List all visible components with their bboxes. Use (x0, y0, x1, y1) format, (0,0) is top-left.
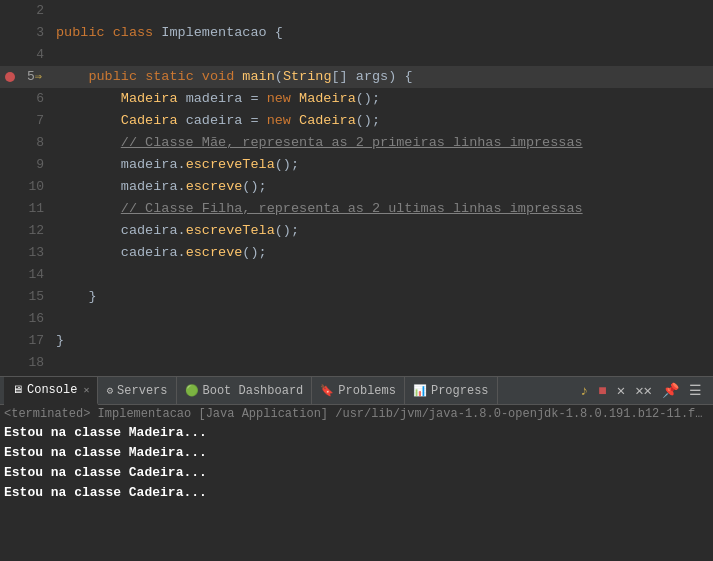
code-line-12: 12 cadeira.escreveTela(); (0, 220, 713, 242)
code-line-2: 2 (0, 0, 713, 22)
kw-new-6: new (267, 91, 299, 106)
kw-static-5: static (145, 69, 202, 84)
var-madeira-9: madeira (121, 157, 178, 172)
line-number-7: 7 (20, 110, 52, 132)
code-content-7: Cadeira cadeira = new Cadeira(); (52, 110, 380, 132)
toolbar-menu-icon[interactable]: ☰ (686, 380, 705, 401)
tab-progress-label: Progress (431, 384, 489, 398)
var-madeira-10: madeira (121, 179, 178, 194)
line-number-15: 15 (20, 286, 52, 308)
line-number-12: 12 (20, 220, 52, 242)
code-content-8: // Classe Mãe, representa as 2 primeiras… (52, 132, 583, 154)
tab-console[interactable]: 🖥 Console ✕ (4, 377, 98, 405)
kw-void-5: void (202, 69, 243, 84)
tab-problems[interactable]: 🔖 Problems (312, 377, 405, 405)
tab-problems-label: Problems (338, 384, 396, 398)
line-number-5: 5⇒ (20, 66, 52, 88)
tab-servers-label: Servers (117, 384, 167, 398)
code-editor: 2 3 public class Implementacao { 4 5⇒ pu… (0, 0, 713, 376)
line-number-8: 8 (20, 132, 52, 154)
code-line-6: 6 Madeira madeira = new Madeira(); (0, 88, 713, 110)
method-escreveTela-9: escreveTela (186, 157, 275, 172)
console-output: Estou na classe Madeira... Estou na clas… (4, 423, 709, 503)
code-line-17: 17 } (0, 330, 713, 352)
semi-10: (); (242, 179, 266, 194)
line-number-9: 9 (20, 154, 52, 176)
code-content-13: cadeira.escreve(); (52, 242, 267, 264)
tab-servers[interactable]: ⚙ Servers (98, 377, 176, 405)
console-line-1: Estou na classe Madeira... (4, 423, 709, 443)
eq-6: = (250, 91, 266, 106)
var-cadeira: cadeira (186, 113, 251, 128)
code-line-4: 4 (0, 44, 713, 66)
line-number-11: 11 (20, 198, 52, 220)
servers-icon: ⚙ (106, 384, 113, 397)
line-number-14: 14 (20, 264, 52, 286)
line-number-4: 4 (20, 44, 52, 66)
type-cadeira-new-7: Cadeira (299, 113, 356, 128)
toolbar-pin-icon[interactable]: 📌 (659, 380, 682, 401)
code-line-18: 18 (0, 352, 713, 374)
code-line-13: 13 cadeira.escreve(); (0, 242, 713, 264)
code-content-15: } (52, 286, 97, 308)
semi-13: (); (242, 245, 266, 260)
console-line-3: Estou na classe Cadeira... (4, 463, 709, 483)
semi-9: (); (275, 157, 299, 172)
console-line-2: Estou na classe Madeira... (4, 443, 709, 463)
var-madeira: madeira (186, 91, 251, 106)
code-content-5: public static void main(String[] args) { (52, 66, 413, 88)
method-main: main (242, 69, 274, 84)
line-number-17: 17 (20, 330, 52, 352)
keyword-class: class (113, 25, 162, 40)
code-content-6: Madeira madeira = new Madeira(); (52, 88, 380, 110)
tab-progress[interactable]: 📊 Progress (405, 377, 498, 405)
dot-9: . (178, 157, 186, 172)
line-number-2: 2 (20, 0, 52, 22)
kw-public-5: public (88, 69, 145, 84)
code-line-7: 7 Cadeira cadeira = new Cadeira(); (0, 110, 713, 132)
toolbar-stop-icon[interactable]: ■ (595, 381, 609, 401)
type-cadeira-7: Cadeira (121, 113, 186, 128)
code-content-9: madeira.escreveTela(); (52, 154, 299, 176)
code-content-17: } (52, 330, 64, 352)
toolbar-close-console-icon[interactable]: ✕ (614, 380, 628, 401)
problems-icon: 🔖 (320, 384, 334, 397)
line-number-16: 16 (20, 308, 52, 330)
code-line-5: 5⇒ public static void main(String[] args… (0, 66, 713, 88)
progress-icon: 📊 (413, 384, 427, 397)
code-line-9: 9 madeira.escreveTela(); (0, 154, 713, 176)
console-line-4: Estou na classe Cadeira... (4, 483, 709, 503)
toolbar-run-icon[interactable]: ♪ (577, 381, 591, 401)
code-line-10: 10 madeira.escreve(); (0, 176, 713, 198)
dot-13: . (178, 245, 186, 260)
line-number-6: 6 (20, 88, 52, 110)
dot-10: . (178, 179, 186, 194)
paren-open: ( (275, 69, 283, 84)
type-madeira-new-6: Madeira (299, 91, 356, 106)
kw-new-7: new (267, 113, 299, 128)
code-line-8: 8 // Classe Mãe, representa as 2 primeir… (0, 132, 713, 154)
line-number-10: 10 (20, 176, 52, 198)
semi-7: (); (356, 113, 380, 128)
dot-12: . (178, 223, 186, 238)
bracket-arr: [] (331, 69, 355, 84)
var-cadeira-13: cadeira (121, 245, 178, 260)
arrow-5: ⇒ (35, 70, 42, 84)
console-icon: 🖥 (12, 383, 23, 396)
line-number-18: 18 (20, 352, 52, 374)
tab-boot-dashboard[interactable]: 🟢 Boot Dashboard (177, 377, 313, 405)
panel-tabs: 🖥 Console ✕ ⚙ Servers 🟢 Boot Dashboard 🔖… (0, 377, 713, 405)
tab-console-close[interactable]: ✕ (83, 384, 89, 396)
code-lines: 2 3 public class Implementacao { 4 5⇒ pu… (0, 0, 713, 376)
panel-content: <terminated> Implementacao [Java Applica… (0, 405, 713, 561)
method-escreve-10: escreve (186, 179, 243, 194)
code-line-15: 15 } (0, 286, 713, 308)
method-escreveTela-12: escreveTela (186, 223, 275, 238)
panel-toolbar: ♪ ■ ✕ ✕✕ 📌 ☰ (573, 380, 709, 401)
breakpoint-dot-5 (5, 72, 15, 82)
close-class: } (56, 333, 64, 348)
code-line-3: 3 public class Implementacao { (0, 22, 713, 44)
toolbar-disconnect-icon[interactable]: ✕✕ (632, 380, 655, 401)
code-content-3: public class Implementacao { (52, 22, 283, 44)
comment-8: // Classe Mãe, representa as 2 primeiras… (121, 135, 583, 150)
